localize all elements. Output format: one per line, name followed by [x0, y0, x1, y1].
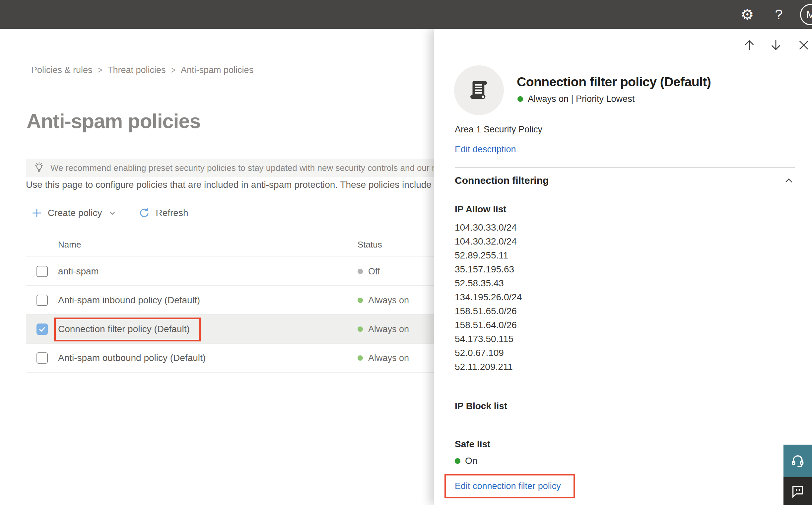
status-dot [358, 269, 363, 274]
help-button[interactable]: ? [769, 0, 789, 29]
page-title: Anti-spam policies [26, 110, 200, 133]
feedback-button[interactable] [784, 477, 812, 505]
policy-name-link[interactable]: anti-spam [58, 266, 99, 277]
checkmark-icon [38, 325, 46, 333]
status-label: Always on [368, 295, 409, 306]
status-dot-green [518, 96, 523, 102]
status-dot [358, 355, 363, 361]
ip-address: 35.157.195.63 [455, 263, 522, 277]
column-header-name[interactable]: Name [58, 239, 81, 250]
policies-table: Name Status anti-spamOffAnti-spam inboun… [26, 232, 497, 373]
create-policy-dropdown[interactable] [108, 208, 117, 218]
section-connection-filtering[interactable]: Connection filtering [455, 175, 795, 186]
ip-address: 54.173.50.115 [455, 332, 522, 346]
arrow-down-icon [769, 38, 783, 52]
table-row[interactable]: Connection filter policy (Default)Always… [26, 314, 497, 343]
section-title: Connection filtering [455, 175, 549, 186]
panel-divider [455, 168, 795, 168]
table-header: Name Status [26, 232, 497, 257]
policy-avatar [454, 65, 504, 115]
breadcrumb: Policies & rules > Threat policies > Ant… [31, 65, 253, 75]
status-dot-green [455, 458, 460, 464]
edit-description-link[interactable]: Edit description [455, 144, 516, 155]
gear-icon: ⚙ [741, 6, 754, 23]
policy-name-link[interactable]: Connection filter policy (Default) [58, 324, 190, 334]
previous-item-button[interactable] [742, 37, 757, 53]
breadcrumb-policies-rules[interactable]: Policies & rules [31, 65, 92, 75]
headset-icon [790, 453, 806, 469]
refresh-icon [138, 207, 150, 219]
policy-description: Area 1 Security Policy [455, 125, 542, 135]
arrow-up-icon [742, 38, 756, 52]
next-item-button[interactable] [768, 37, 784, 53]
status-label: Always on [368, 324, 409, 334]
policy-name-link[interactable]: Anti-spam outbound policy (Default) [58, 353, 206, 363]
lightbulb-icon [33, 162, 45, 174]
create-policy-button[interactable]: Create policy [48, 208, 102, 218]
ip-address: 52.0.67.109 [455, 346, 522, 360]
policy-table-rows: anti-spamOffAnti-spam inbound policy (De… [26, 257, 497, 373]
safe-list-status: On [455, 456, 477, 466]
scroll-policy-icon [466, 77, 492, 103]
status-label: Off [368, 267, 380, 277]
account-avatar[interactable]: M [800, 4, 812, 25]
ip-address: 134.195.26.0/24 [455, 290, 522, 304]
breadcrumb-separator: > [98, 65, 102, 76]
panel-title: Connection filter policy (Default) [517, 75, 711, 89]
ip-address: 52.89.255.11 [455, 248, 522, 263]
page-description: Use this page to configure policies that… [26, 179, 480, 190]
feedback-bubble-icon [790, 483, 805, 499]
ip-address: 158.51.64.0/26 [455, 318, 522, 332]
column-header-status[interactable]: Status [358, 239, 382, 250]
row-checkbox[interactable] [36, 266, 48, 277]
panel-status-text: Always on | Priority Lowest [528, 94, 634, 104]
ip-address: 52.11.209.211 [455, 360, 522, 374]
policy-name-link[interactable]: Anti-spam inbound policy (Default) [58, 295, 200, 306]
ip-address: 52.58.35.43 [455, 277, 522, 290]
panel-status-line: Always on | Priority Lowest [518, 94, 634, 104]
safe-list-status-text: On [465, 456, 477, 466]
table-row[interactable]: anti-spamOff [26, 257, 497, 285]
close-icon [797, 38, 810, 52]
settings-button[interactable]: ⚙ [736, 0, 759, 29]
chevron-down-icon [108, 208, 117, 218]
row-checkbox[interactable] [36, 295, 48, 306]
ip-allow-list-label: IP Allow list [455, 204, 506, 215]
status-dot [358, 298, 363, 303]
row-checkbox[interactable] [36, 324, 48, 335]
edit-connection-filter-policy-link[interactable]: Edit connection filter policy [455, 481, 561, 491]
row-checkbox[interactable] [36, 352, 48, 364]
help-icon: ? [775, 7, 783, 23]
ip-address: 104.30.33.0/24 [455, 221, 522, 234]
ip-block-list-label: IP Block list [455, 401, 507, 411]
policy-details-panel: Connection filter policy (Default) Alway… [434, 29, 812, 505]
table-row[interactable]: Anti-spam inbound policy (Default)Always… [26, 285, 497, 314]
close-panel-button[interactable] [796, 37, 811, 53]
status-dot [358, 327, 363, 332]
status-label: Always on [368, 353, 409, 363]
ip-address: 158.51.65.0/26 [455, 304, 522, 318]
screen: ⚙ ? M Policies & rules > Threat policies… [0, 0, 812, 505]
top-app-bar: ⚙ ? M [0, 0, 812, 29]
avatar-initial: M [806, 9, 812, 21]
toolbar: Create policy Refresh [31, 205, 188, 221]
support-button[interactable] [784, 445, 812, 477]
plus-icon [31, 207, 42, 219]
chevron-up-icon [784, 176, 794, 188]
ip-allow-list: 104.30.33.0/24104.30.32.0/2452.89.255.11… [455, 221, 522, 374]
ip-address: 104.30.32.0/24 [455, 234, 522, 248]
recommendation-banner: We recommend enabling preset security po… [26, 159, 495, 177]
safe-list-label: Safe list [455, 439, 490, 450]
breadcrumb-anti-spam-policies[interactable]: Anti-spam policies [181, 65, 253, 75]
breadcrumb-threat-policies[interactable]: Threat policies [108, 65, 166, 75]
highlight-annotation-box: Edit connection filter policy [444, 474, 575, 498]
breadcrumb-separator: > [171, 65, 176, 76]
refresh-button[interactable]: Refresh [156, 208, 188, 218]
banner-text: We recommend enabling preset security po… [50, 163, 468, 173]
table-row[interactable]: Anti-spam outbound policy (Default)Alway… [26, 343, 497, 372]
